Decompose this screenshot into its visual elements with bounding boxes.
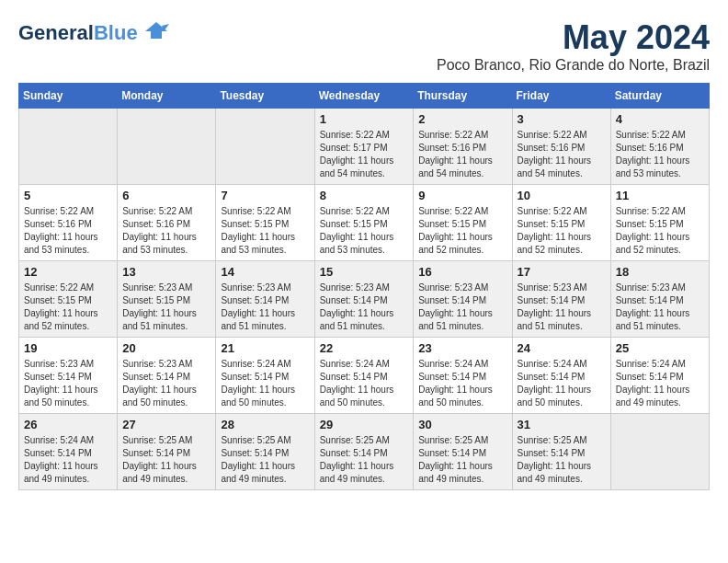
day-number: 24 [518, 341, 606, 355]
logo-text: GeneralBlue [18, 21, 138, 45]
logo-bird-icon [143, 18, 169, 48]
day-info: Sunrise: 5:24 AMSunset: 5:14 PMDaylight:… [616, 358, 704, 409]
day-number: 16 [418, 265, 506, 279]
calendar-cell: 9Sunrise: 5:22 AMSunset: 5:15 PMDaylight… [414, 185, 512, 261]
calendar-cell: 31Sunrise: 5:25 AMSunset: 5:14 PMDayligh… [512, 414, 610, 490]
day-info: Sunrise: 5:25 AMSunset: 5:14 PMDaylight:… [518, 434, 606, 486]
calendar-cell: 30Sunrise: 5:25 AMSunset: 5:14 PMDayligh… [414, 414, 512, 490]
day-number: 15 [320, 265, 409, 279]
calendar-week-row: 19Sunrise: 5:23 AMSunset: 5:14 PMDayligh… [19, 338, 710, 414]
calendar-cell: 14Sunrise: 5:23 AMSunset: 5:14 PMDayligh… [216, 261, 314, 338]
calendar-cell: 29Sunrise: 5:25 AMSunset: 5:14 PMDayligh… [314, 414, 414, 490]
calendar-cell: 3Sunrise: 5:22 AMSunset: 5:16 PMDaylight… [512, 109, 610, 185]
day-number: 3 [518, 112, 606, 126]
day-info: Sunrise: 5:24 AMSunset: 5:14 PMDaylight:… [221, 358, 309, 409]
day-info: Sunrise: 5:22 AMSunset: 5:15 PMDaylight:… [616, 205, 704, 257]
calendar-cell: 27Sunrise: 5:25 AMSunset: 5:14 PMDayligh… [118, 414, 216, 490]
calendar-cell: 24Sunrise: 5:24 AMSunset: 5:14 PMDayligh… [512, 338, 610, 414]
day-info: Sunrise: 5:22 AMSunset: 5:16 PMDaylight:… [418, 129, 506, 180]
calendar-cell: 4Sunrise: 5:22 AMSunset: 5:16 PMDaylight… [610, 109, 709, 185]
calendar-cell [19, 109, 118, 185]
day-info: Sunrise: 5:24 AMSunset: 5:14 PMDaylight:… [518, 358, 606, 409]
day-number: 18 [616, 265, 704, 279]
day-number: 20 [122, 341, 210, 355]
day-info: Sunrise: 5:22 AMSunset: 5:16 PMDaylight:… [122, 205, 210, 257]
calendar-cell: 28Sunrise: 5:25 AMSunset: 5:14 PMDayligh… [216, 414, 314, 490]
day-info: Sunrise: 5:23 AMSunset: 5:14 PMDaylight:… [320, 282, 409, 333]
day-number: 4 [616, 112, 704, 126]
day-number: 26 [24, 418, 112, 431]
header: GeneralBlue May 2024 Poco Branco, Rio Gr… [18, 18, 710, 74]
header-wednesday: Wednesday [314, 84, 414, 109]
calendar-cell: 21Sunrise: 5:24 AMSunset: 5:14 PMDayligh… [216, 338, 314, 414]
day-number: 5 [24, 189, 112, 202]
day-number: 9 [418, 189, 506, 202]
day-info: Sunrise: 5:23 AMSunset: 5:14 PMDaylight:… [518, 282, 606, 333]
calendar-cell: 10Sunrise: 5:22 AMSunset: 5:15 PMDayligh… [512, 185, 610, 261]
day-number: 17 [518, 265, 606, 279]
day-info: Sunrise: 5:22 AMSunset: 5:15 PMDaylight:… [518, 205, 606, 257]
day-number: 25 [616, 341, 704, 355]
header-tuesday: Tuesday [216, 84, 314, 109]
day-info: Sunrise: 5:22 AMSunset: 5:16 PMDaylight:… [518, 129, 606, 180]
calendar-cell: 13Sunrise: 5:23 AMSunset: 5:15 PMDayligh… [118, 261, 216, 338]
day-info: Sunrise: 5:25 AMSunset: 5:14 PMDaylight:… [122, 434, 210, 486]
day-number: 28 [221, 418, 309, 431]
header-monday: Monday [118, 84, 216, 109]
calendar-cell: 2Sunrise: 5:22 AMSunset: 5:16 PMDaylight… [414, 109, 512, 185]
day-number: 14 [221, 265, 309, 279]
day-info: Sunrise: 5:23 AMSunset: 5:14 PMDaylight:… [24, 358, 112, 409]
header-friday: Friday [512, 84, 610, 109]
calendar-header-row: SundayMondayTuesdayWednesdayThursdayFrid… [19, 84, 710, 109]
day-info: Sunrise: 5:22 AMSunset: 5:15 PMDaylight:… [418, 205, 506, 257]
calendar-cell: 16Sunrise: 5:23 AMSunset: 5:14 PMDayligh… [414, 261, 512, 338]
day-info: Sunrise: 5:23 AMSunset: 5:14 PMDaylight:… [221, 282, 309, 333]
day-number: 13 [122, 265, 210, 279]
calendar-cell: 7Sunrise: 5:22 AMSunset: 5:15 PMDaylight… [216, 185, 314, 261]
day-info: Sunrise: 5:22 AMSunset: 5:17 PMDaylight:… [320, 129, 409, 180]
day-info: Sunrise: 5:22 AMSunset: 5:16 PMDaylight:… [24, 205, 112, 257]
calendar-cell: 5Sunrise: 5:22 AMSunset: 5:16 PMDaylight… [19, 185, 118, 261]
calendar-cell: 8Sunrise: 5:22 AMSunset: 5:15 PMDaylight… [314, 185, 414, 261]
title-section: May 2024 Poco Branco, Rio Grande do Nort… [437, 18, 710, 74]
header-saturday: Saturday [610, 84, 709, 109]
day-info: Sunrise: 5:22 AMSunset: 5:15 PMDaylight:… [320, 205, 409, 257]
day-number: 11 [616, 189, 704, 202]
calendar-cell: 20Sunrise: 5:23 AMSunset: 5:14 PMDayligh… [118, 338, 216, 414]
calendar-cell: 12Sunrise: 5:22 AMSunset: 5:15 PMDayligh… [19, 261, 118, 338]
calendar-cell: 19Sunrise: 5:23 AMSunset: 5:14 PMDayligh… [19, 338, 118, 414]
day-info: Sunrise: 5:23 AMSunset: 5:14 PMDaylight:… [418, 282, 506, 333]
calendar-cell: 1Sunrise: 5:22 AMSunset: 5:17 PMDaylight… [314, 109, 414, 185]
day-number: 1 [320, 112, 409, 126]
calendar-cell: 17Sunrise: 5:23 AMSunset: 5:14 PMDayligh… [512, 261, 610, 338]
calendar-cell [118, 109, 216, 185]
day-number: 12 [24, 265, 112, 279]
day-info: Sunrise: 5:24 AMSunset: 5:14 PMDaylight:… [418, 358, 506, 409]
day-number: 21 [221, 341, 309, 355]
calendar-cell: 25Sunrise: 5:24 AMSunset: 5:14 PMDayligh… [610, 338, 709, 414]
calendar-week-row: 1Sunrise: 5:22 AMSunset: 5:17 PMDaylight… [19, 109, 710, 185]
calendar-cell: 23Sunrise: 5:24 AMSunset: 5:14 PMDayligh… [414, 338, 512, 414]
calendar-cell: 22Sunrise: 5:24 AMSunset: 5:14 PMDayligh… [314, 338, 414, 414]
day-number: 19 [24, 341, 112, 355]
calendar-week-row: 5Sunrise: 5:22 AMSunset: 5:16 PMDaylight… [19, 185, 710, 261]
calendar-cell: 15Sunrise: 5:23 AMSunset: 5:14 PMDayligh… [314, 261, 414, 338]
day-number: 6 [122, 189, 210, 202]
day-info: Sunrise: 5:23 AMSunset: 5:15 PMDaylight:… [122, 282, 210, 333]
logo: GeneralBlue [18, 18, 169, 48]
day-number: 31 [518, 418, 606, 431]
day-info: Sunrise: 5:22 AMSunset: 5:15 PMDaylight:… [221, 205, 309, 257]
calendar-cell: 18Sunrise: 5:23 AMSunset: 5:14 PMDayligh… [610, 261, 709, 338]
day-number: 10 [518, 189, 606, 202]
day-number: 30 [418, 418, 506, 431]
day-info: Sunrise: 5:22 AMSunset: 5:15 PMDaylight:… [24, 282, 112, 333]
calendar: SundayMondayTuesdayWednesdayThursdayFrid… [18, 83, 710, 490]
day-info: Sunrise: 5:25 AMSunset: 5:14 PMDaylight:… [320, 434, 409, 486]
location-title: Poco Branco, Rio Grande do Norte, Brazil [437, 57, 710, 74]
month-title: May 2024 [437, 18, 710, 57]
day-info: Sunrise: 5:25 AMSunset: 5:14 PMDaylight:… [221, 434, 309, 486]
day-info: Sunrise: 5:24 AMSunset: 5:14 PMDaylight:… [24, 434, 112, 486]
calendar-cell: 26Sunrise: 5:24 AMSunset: 5:14 PMDayligh… [19, 414, 118, 490]
day-number: 29 [320, 418, 409, 431]
day-number: 8 [320, 189, 409, 202]
